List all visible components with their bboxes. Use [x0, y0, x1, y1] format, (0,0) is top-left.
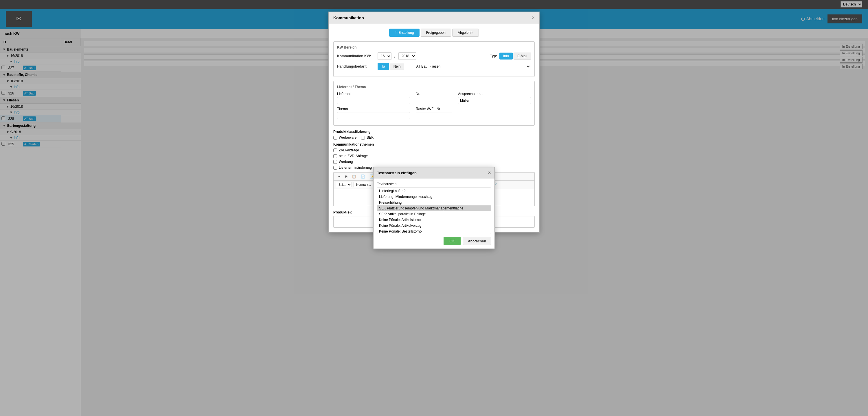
nr-label: Nr.	[416, 92, 452, 96]
tab-in-erstellung[interactable]: In Erstellung	[389, 29, 420, 37]
modal-title: Kommunikation	[333, 15, 364, 20]
produktklassifizierung-section: Produktklassifizierung Werbeware SEK	[333, 130, 535, 140]
werbeware-checkbox[interactable]	[333, 136, 337, 140]
textbaustein-modal: Textbaustein einfügen × Textbaustein Hin…	[373, 167, 495, 249]
lieferant-label: Lieferant	[337, 92, 410, 96]
ansprechpartner-label: Ansprechpartner	[458, 92, 531, 96]
lieferant-row: Lieferant Nr. Ansprechpartner	[337, 92, 531, 104]
textbaustein-list[interactable]: Hinterlegt auf Info Lieferung: Mindermen…	[377, 188, 491, 234]
sek-checkbox[interactable]	[361, 136, 365, 140]
cut-button[interactable]: ✂	[336, 174, 342, 179]
typ-group: Info E-Mail	[499, 53, 531, 60]
kw-section: KW Bereich Kommunikation KW: 16 17 18 / …	[333, 41, 535, 77]
modal-titlebar: Kommunikation ×	[329, 12, 539, 24]
handlungsbedarf-ja[interactable]: Ja	[378, 63, 389, 70]
neue-zvd-checkbox[interactable]	[333, 154, 337, 158]
thema-label: Thema	[337, 107, 410, 111]
werbeware-row: Werbeware SEK	[333, 136, 535, 140]
tb-option-4[interactable]: SEK Platzierungsempfehlung Marktmanageme…	[377, 205, 491, 211]
tb-option-8[interactable]: Keine Pönale: Bestellstorno	[377, 229, 491, 234]
liefertermin-checkbox[interactable]	[333, 166, 337, 170]
tb-option-5[interactable]: SEK: Artikel parallel in Beilage	[377, 211, 491, 217]
handlungsbedarf-group: Ja Nein	[378, 63, 404, 70]
tb-ok-button[interactable]: OK	[443, 237, 461, 245]
slash-separator: /	[394, 54, 396, 58]
sek-label: SEK	[367, 136, 374, 140]
liefertermin-label: Lieferterminänderung	[339, 166, 372, 170]
tb-abbrechen-button[interactable]: Abbrechen	[463, 237, 491, 245]
lieferant-input[interactable]	[337, 97, 410, 104]
zvd-row: ZVD-Abfrage	[333, 148, 535, 152]
modal-close-button[interactable]: ×	[531, 15, 535, 21]
status-tabs: In Erstellung Freigegeben Abgelehnt	[333, 29, 535, 37]
kommunikationsthemen-section: Kommunikationsthemen ZVD-Abfrage neue ZV…	[333, 142, 535, 170]
kommunikationsthemen-label: Kommunikationsthemen	[333, 142, 535, 146]
handlungsbedarf-row: Handlungsbedarf: Ja Nein AT Bau: Fliesen	[337, 63, 531, 70]
lieferant-section-legend: Lieferant / Thema	[336, 85, 367, 89]
style-select[interactable]: Stil...	[336, 182, 352, 187]
kw-select[interactable]: 16 17 18	[378, 52, 392, 60]
copy-button[interactable]: ⎘	[343, 174, 349, 179]
thema-input[interactable]	[337, 112, 410, 119]
neue-zvd-row: neue ZVD-Abfrage	[333, 154, 535, 158]
tb-option-6[interactable]: Keine Pönale: Artikelstorno	[377, 217, 491, 223]
textbaustein-body: Textbaustein Hinterlegt auf Info Lieferu…	[374, 178, 494, 249]
typ-label: Typ:	[490, 54, 497, 58]
typ-email-button[interactable]: E-Mail	[514, 53, 531, 60]
raster-input[interactable]	[416, 112, 452, 119]
tb-label: Textbaustein	[377, 182, 491, 186]
werbung-label: Werbung	[339, 160, 353, 164]
werbung-checkbox[interactable]	[333, 160, 337, 164]
zvd-label: ZVD-Abfrage	[339, 148, 359, 152]
paste-button[interactable]: 📋	[350, 174, 358, 179]
thema-row: Thema Raster-/WFL-Nr	[337, 107, 531, 119]
kw-label: Kommunikation KW:	[337, 54, 375, 58]
tab-abgelehnt[interactable]: Abgelehnt	[452, 29, 479, 37]
neue-zvd-label: neue ZVD-Abfrage	[339, 154, 368, 158]
werbeware-label: Werbeware	[339, 136, 356, 140]
year-select[interactable]: 2018 2019	[398, 52, 416, 60]
tb-option-7[interactable]: Keine Pönale: Artikelverzug	[377, 223, 491, 229]
textbaustein-close-button[interactable]: ×	[488, 170, 491, 176]
typ-info-button[interactable]: Info	[499, 53, 513, 60]
werbung-row: Werbung	[333, 160, 535, 164]
paste-text-button[interactable]: 📄	[359, 174, 367, 179]
textbaustein-title: Textbaustein einfügen	[377, 171, 416, 175]
raster-label: Raster-/WFL-Nr	[416, 107, 452, 111]
lieferant-section: Lieferant / Thema Lieferant Nr. Ansprech…	[333, 81, 535, 126]
kw-section-legend: KW Bereich	[336, 45, 358, 49]
bereich-select[interactable]: AT Bau: Fliesen	[413, 63, 531, 70]
tb-actions: OK Abbrechen	[377, 237, 491, 245]
tb-option-2[interactable]: Lieferung: Mindermengenzuschlag	[377, 194, 491, 200]
produktklassifizierung-label: Produktklassifizierung	[333, 130, 535, 134]
handlungsbedarf-label: Handlungsbedarf:	[337, 64, 375, 68]
textbaustein-titlebar: Textbaustein einfügen ×	[374, 168, 494, 178]
zvd-checkbox[interactable]	[333, 148, 337, 152]
kw-form-row: Kommunikation KW: 16 17 18 / 2018 2019 T…	[337, 52, 531, 60]
tb-option-3[interactable]: Preiserhöhung	[377, 200, 491, 205]
handlungsbedarf-nein[interactable]: Nein	[390, 63, 404, 70]
ansprechpartner-input[interactable]	[458, 97, 531, 104]
nr-input[interactable]	[416, 97, 452, 104]
tb-option-1[interactable]: Hinterlegt auf Info	[377, 188, 491, 194]
tab-freigegeben[interactable]: Freigegeben	[421, 29, 451, 37]
